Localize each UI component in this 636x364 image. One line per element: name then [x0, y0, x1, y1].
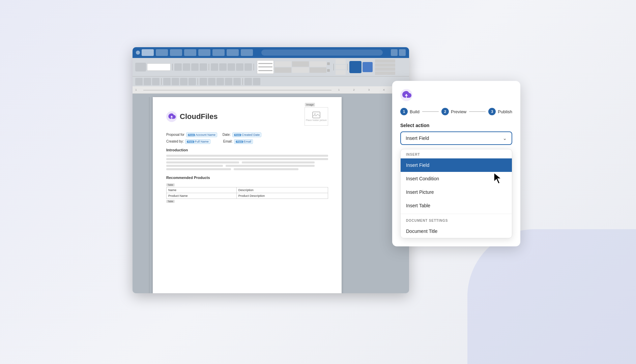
- dropdown-arrow-icon: ⌄: [503, 135, 507, 141]
- dropdown-menu: INSERT Insert Field Insert Condition Ins…: [400, 149, 512, 238]
- ruler-mark-4: 4: [383, 88, 384, 91]
- separator-2: [209, 64, 209, 70]
- italic-btn[interactable]: [183, 63, 190, 71]
- toolbar-search[interactable]: [261, 50, 383, 56]
- document-page[interactable]: CloudFiles Image Place holder picture: [153, 97, 342, 293]
- left-margin: [143, 97, 149, 293]
- ribbon2-btn14[interactable]: [253, 78, 260, 85]
- menu-item-insert-table-label: Insert Table: [406, 203, 430, 208]
- doc-header: CloudFiles Image Place holder picture: [166, 107, 328, 126]
- toolbar-tab-home[interactable]: [142, 49, 154, 56]
- bold-btn[interactable]: [174, 63, 182, 71]
- toolbar-tab-review[interactable]: [227, 49, 239, 56]
- ruler-line: [143, 90, 331, 90]
- text-line-1: [166, 155, 328, 157]
- step-1-circle: 1: [400, 108, 408, 115]
- align-right-btn[interactable]: [228, 63, 235, 71]
- ribbon2-btn3[interactable]: [152, 78, 160, 85]
- ruler-mark-3: 3: [368, 88, 370, 91]
- intro-text-lines: [166, 155, 328, 172]
- menu-item-insert-field-label: Insert Field: [406, 162, 429, 168]
- font-select[interactable]: [147, 63, 171, 71]
- select-action-label: Select action: [400, 123, 512, 128]
- step-3-circle: 3: [488, 108, 496, 115]
- underline-btn[interactable]: [191, 63, 199, 71]
- col-product-name: Product Name: [167, 193, 237, 199]
- step-3-number: 3: [491, 110, 493, 114]
- menu-item-document-title[interactable]: Document Title: [401, 224, 512, 238]
- step-1-number: 1: [403, 110, 405, 114]
- menu-item-insert-table[interactable]: Insert Table: [401, 199, 512, 212]
- ribbon2-btn11[interactable]: [225, 78, 232, 85]
- email-badge: Field Email: [234, 139, 253, 144]
- toolbar-top: [133, 47, 409, 58]
- ruler-mark: 1: [135, 88, 137, 91]
- menu-item-insert-field[interactable]: Insert Field: [401, 158, 512, 172]
- select-dropdown[interactable]: Insert Field ⌄: [400, 131, 512, 145]
- ribbon2-btn9[interactable]: [208, 78, 215, 85]
- menu-item-insert-picture-label: Insert Picture: [406, 189, 434, 195]
- email-label: Email:: [223, 140, 233, 143]
- toolbar-tab-design[interactable]: [170, 49, 182, 56]
- ribbon2-btn13[interactable]: [244, 78, 252, 85]
- toolbar-tab-insert[interactable]: [156, 49, 168, 56]
- main-window: 1 1 2 3 4 5: [133, 47, 503, 317]
- cloudfiles-logo-icon: [166, 111, 177, 122]
- text-line-4a: [166, 165, 223, 167]
- menu-item-insert-condition[interactable]: Insert Condition: [401, 172, 512, 185]
- menu-item-insert-picture[interactable]: Insert Picture: [401, 185, 512, 199]
- svg-point-3: [314, 113, 316, 115]
- toolbar-tab-layout[interactable]: [184, 49, 196, 56]
- created-by-label: Created by:: [166, 140, 184, 143]
- ribbon2-btn1[interactable]: [135, 78, 143, 85]
- margin-line: [149, 97, 149, 293]
- col-desc-header: Description: [236, 187, 328, 193]
- shading-group: [336, 59, 346, 75]
- table-styles-group: [274, 60, 326, 74]
- list-btn[interactable]: [244, 63, 252, 71]
- align-left-btn[interactable]: [211, 63, 218, 71]
- ribbon2-btn6[interactable]: [180, 78, 187, 85]
- align-center-btn[interactable]: [219, 63, 227, 71]
- document-editor: 1 1 2 3 4 5: [133, 47, 409, 293]
- ribbon2-btn5[interactable]: [172, 78, 179, 85]
- text-line-5b: [234, 168, 298, 170]
- ribbon2-btn10[interactable]: [216, 78, 224, 85]
- toolbar-tab-view[interactable]: [241, 49, 253, 56]
- step-publish: 3 Publish: [488, 108, 512, 115]
- toolbar-user-icon[interactable]: [391, 49, 398, 56]
- toolbar-settings-icon[interactable]: [399, 49, 406, 56]
- ribbon2-btn4[interactable]: [163, 78, 171, 85]
- table-style-1[interactable]: [257, 60, 274, 74]
- ribbon2-btn8[interactable]: [200, 78, 207, 85]
- strikethrough-btn[interactable]: [200, 63, 207, 71]
- ribbon-btn-1[interactable]: [135, 63, 146, 71]
- ribbon-row-1: [133, 58, 409, 76]
- step-2-number: 2: [444, 110, 446, 114]
- table-badge-top: Table: [166, 183, 175, 186]
- account-name-text: Account Name: [196, 133, 215, 136]
- ribbon2-btn12[interactable]: [233, 78, 241, 85]
- toolbar-area: [133, 47, 409, 58]
- separator-5: [347, 64, 348, 70]
- sep-r2-2: [198, 78, 198, 85]
- toolbar-tab-references[interactable]: [198, 49, 210, 56]
- table-scroll[interactable]: [327, 60, 330, 74]
- cf-steps: 1 Build 2 Preview 3 Publish: [400, 108, 512, 115]
- ribbon-row-2: [133, 76, 409, 86]
- toolbar-tab-mailings[interactable]: [212, 49, 225, 56]
- email-text: Email: [244, 140, 252, 143]
- ribbon2-btn7[interactable]: [189, 78, 196, 85]
- proposal-row: Proposal for Field Account Name Date: Fi…: [166, 132, 328, 137]
- menu-section-document: DOCUMENT SETTINGS: [401, 215, 512, 224]
- accent-btn-2[interactable]: [363, 62, 373, 72]
- justify-btn[interactable]: [236, 63, 243, 71]
- window-close[interactable]: [136, 51, 140, 55]
- accent-btn-1[interactable]: [349, 61, 362, 73]
- logo-text: CloudFiles: [180, 112, 218, 121]
- col-name-header: Name: [167, 187, 237, 193]
- full-name-text: Full Name: [195, 140, 209, 143]
- ribbon2-btn2[interactable]: [144, 78, 151, 85]
- ruler: 1 1 2 3 4 5: [133, 86, 409, 94]
- menu-item-document-title-label: Document Title: [406, 229, 437, 234]
